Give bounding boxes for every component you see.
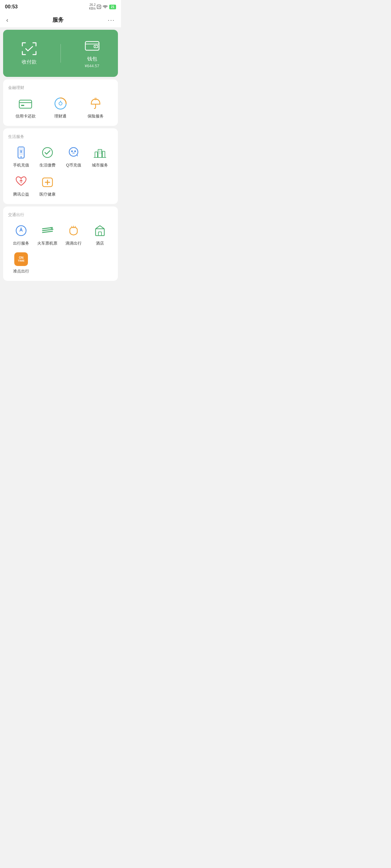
trip-icon: [13, 223, 29, 238]
svg-rect-23: [95, 152, 97, 157]
payment-icon: [21, 41, 37, 56]
ontime-text-label: 准点出行: [13, 269, 29, 274]
wallet-icon: [84, 38, 100, 53]
wifi-icon: [103, 5, 108, 9]
x-icon: ✕: [97, 5, 101, 9]
health-label: 医疗健康: [39, 192, 56, 197]
city-item[interactable]: 城市服务: [87, 145, 113, 168]
svg-rect-44: [99, 232, 102, 236]
invest-icon: [53, 96, 68, 111]
qcoin-item[interactable]: Q币充值: [60, 145, 87, 168]
time-label: TIME: [18, 259, 25, 262]
phone-recharge-item[interactable]: ¥ 手机充值: [8, 145, 34, 168]
svg-line-38: [43, 229, 52, 230]
status-bar: 00:53 26.2KB/s ✕ 21: [0, 0, 121, 12]
status-time: 00:53: [5, 4, 18, 10]
signal-text: 26.2KB/s: [89, 3, 95, 10]
transport-grid-row1: 出行服务 火车票机票 滴滴出行: [8, 223, 113, 246]
charity-label: 腾讯公益: [13, 192, 29, 197]
invest-label: 理财通: [54, 114, 66, 119]
green-banner: 收付款 钱包 ¥644.57: [3, 30, 118, 77]
battery-icon: 21: [109, 5, 116, 9]
charity-item[interactable]: 腾讯公益: [8, 174, 34, 197]
payment-label: 收付款: [22, 59, 37, 65]
svg-rect-5: [19, 100, 32, 108]
credit-card-label: 信用卡还款: [16, 114, 36, 119]
finance-title: 金融理财: [8, 85, 113, 91]
svg-point-9: [59, 102, 62, 105]
life-grid-row1: ¥ 手机充值 生活缴费: [8, 145, 113, 168]
svg-rect-7: [21, 105, 24, 106]
insurance-item[interactable]: ¥ 保险服务: [78, 96, 113, 119]
hotel-item[interactable]: 酒店: [87, 223, 113, 246]
svg-rect-25: [103, 151, 105, 157]
transport-grid-row2: ON TIME 准点出行: [8, 252, 113, 274]
svg-rect-2: [85, 41, 99, 50]
credit-card-item[interactable]: 信用卡还款: [8, 96, 43, 119]
invest-item[interactable]: 理财通: [43, 96, 78, 119]
transport-title: 交通出行: [8, 212, 113, 218]
didi-item[interactable]: 滴滴出行: [60, 223, 87, 246]
svg-point-22: [72, 153, 75, 154]
status-icons: 26.2KB/s ✕ 21: [89, 3, 116, 10]
finance-section: 金融理财 信用卡还款 理财通: [3, 80, 118, 126]
charity-icon: [13, 174, 29, 189]
payment-button[interactable]: 收付款: [21, 41, 37, 65]
page-title: 服务: [52, 16, 64, 24]
svg-line-39: [43, 231, 52, 232]
svg-text:¥: ¥: [20, 149, 22, 154]
didi-label: 滴滴出行: [65, 241, 82, 246]
wallet-label: 钱包: [87, 56, 97, 62]
svg-point-21: [75, 150, 76, 152]
svg-rect-28: [99, 153, 100, 153]
svg-point-19: [69, 148, 78, 156]
svg-rect-27: [101, 151, 102, 152]
svg-rect-29: [101, 153, 102, 153]
svg-text:✕: ✕: [98, 6, 100, 8]
svg-rect-26: [99, 151, 100, 152]
svg-point-20: [72, 150, 73, 152]
back-button[interactable]: ‹: [6, 17, 8, 24]
credit-card-icon: [18, 96, 33, 111]
qcoin-icon: [66, 145, 81, 160]
svg-marker-36: [19, 227, 23, 232]
phone-recharge-label: 手机充值: [13, 162, 29, 168]
city-icon: [92, 145, 107, 160]
trip-label: 出行服务: [13, 241, 29, 246]
train-item[interactable]: 火车票机票: [34, 223, 61, 246]
ontime-badge: ON TIME: [14, 252, 28, 266]
hotel-label: 酒店: [96, 241, 104, 246]
transport-section: 交通出行 出行服务 火车票机票: [3, 207, 118, 281]
ontime-item[interactable]: ON TIME 准点出行: [8, 252, 34, 274]
qcoin-label: Q币充值: [66, 162, 81, 168]
life-section: 生活服务 ¥ 手机充值 生活缴费: [3, 128, 118, 204]
more-button[interactable]: ···: [108, 17, 115, 24]
on-label: ON: [19, 256, 24, 259]
hotel-icon: [92, 223, 107, 238]
wallet-button[interactable]: 钱包 ¥644.57: [84, 38, 100, 68]
train-icon: [40, 223, 55, 238]
svg-point-17: [21, 156, 22, 157]
insurance-label: 保险服务: [87, 114, 104, 119]
life-grid-row2: 腾讯公益 医疗健康: [8, 174, 113, 197]
didi-icon: [66, 223, 81, 238]
life-title: 生活服务: [8, 134, 113, 140]
finance-grid: 信用卡还款 理财通 ¥ 保险服务: [8, 96, 113, 119]
wallet-balance: ¥644.57: [85, 64, 99, 68]
city-label: 城市服务: [92, 162, 108, 168]
health-item[interactable]: 医疗健康: [34, 174, 61, 197]
health-icon: [40, 174, 55, 189]
life-bill-item[interactable]: 生活缴费: [34, 145, 61, 168]
phone-recharge-icon: ¥: [13, 145, 29, 160]
trip-item[interactable]: 出行服务: [8, 223, 34, 246]
train-label: 火车票机票: [37, 241, 57, 246]
header: ‹ 服务 ···: [0, 12, 121, 27]
life-bill-icon: [40, 145, 55, 160]
svg-text:¥: ¥: [95, 98, 96, 100]
svg-point-4: [95, 46, 96, 47]
insurance-icon: ¥: [88, 96, 103, 111]
banner-divider: [60, 44, 61, 63]
life-bill-label: 生活缴费: [39, 162, 56, 168]
